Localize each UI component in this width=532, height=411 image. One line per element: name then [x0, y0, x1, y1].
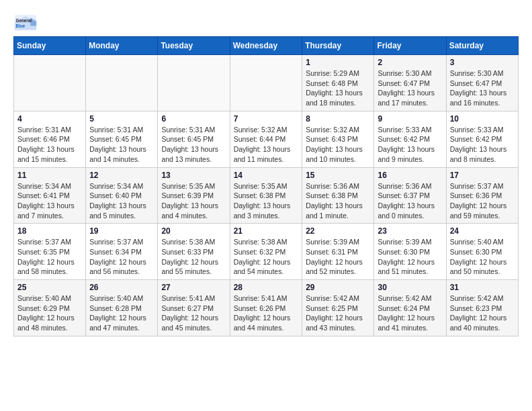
day-number: 31: [450, 283, 515, 292]
day-info: Sunrise: 5:38 AM Sunset: 6:32 PM Dayligh…: [234, 237, 299, 277]
day-cell: 14Sunrise: 5:35 AM Sunset: 6:38 PM Dayli…: [230, 167, 302, 224]
day-info: Sunrise: 5:41 AM Sunset: 6:26 PM Dayligh…: [234, 293, 299, 333]
day-info: Sunrise: 5:39 AM Sunset: 6:31 PM Dayligh…: [306, 237, 370, 277]
day-number: 27: [161, 283, 226, 292]
weekday-sunday: Sunday: [14, 37, 86, 55]
logo: General Blue: [13, 13, 38, 32]
day-number: 9: [378, 114, 442, 124]
week-row-4: 18Sunrise: 5:37 AM Sunset: 6:35 PM Dayli…: [14, 224, 519, 280]
day-info: Sunrise: 5:37 AM Sunset: 6:36 PM Dayligh…: [450, 181, 515, 221]
day-cell: 2Sunrise: 5:30 AM Sunset: 6:47 PM Daylig…: [374, 55, 446, 111]
day-info: Sunrise: 5:31 AM Sunset: 6:45 PM Dayligh…: [89, 125, 154, 165]
calendar: SundayMondayTuesdayWednesdayThursdayFrid…: [13, 36, 519, 336]
calendar-body: 1Sunrise: 5:29 AM Sunset: 6:48 PM Daylig…: [14, 55, 519, 336]
day-info: Sunrise: 5:36 AM Sunset: 6:37 PM Dayligh…: [378, 181, 442, 221]
day-number: 16: [378, 171, 442, 180]
weekday-wednesday: Wednesday: [230, 37, 302, 55]
day-info: Sunrise: 5:30 AM Sunset: 6:47 PM Dayligh…: [450, 68, 515, 108]
day-info: Sunrise: 5:38 AM Sunset: 6:33 PM Dayligh…: [161, 237, 226, 277]
day-cell: 24Sunrise: 5:40 AM Sunset: 6:30 PM Dayli…: [446, 224, 518, 280]
week-row-1: 1Sunrise: 5:29 AM Sunset: 6:48 PM Daylig…: [14, 55, 519, 111]
day-cell: 9Sunrise: 5:33 AM Sunset: 6:42 PM Daylig…: [374, 111, 446, 167]
day-info: Sunrise: 5:35 AM Sunset: 6:38 PM Dayligh…: [234, 181, 299, 221]
svg-text:Blue: Blue: [16, 24, 26, 28]
weekday-tuesday: Tuesday: [158, 37, 230, 55]
week-row-3: 11Sunrise: 5:34 AM Sunset: 6:41 PM Dayli…: [14, 167, 519, 224]
header: General Blue: [13, 13, 519, 32]
weekday-thursday: Thursday: [302, 37, 374, 55]
day-number: 15: [306, 171, 370, 180]
day-cell: 12Sunrise: 5:34 AM Sunset: 6:40 PM Dayli…: [86, 167, 158, 224]
day-info: Sunrise: 5:33 AM Sunset: 6:42 PM Dayligh…: [450, 125, 515, 165]
day-info: Sunrise: 5:34 AM Sunset: 6:40 PM Dayligh…: [89, 181, 154, 221]
day-cell: 8Sunrise: 5:32 AM Sunset: 6:43 PM Daylig…: [302, 111, 374, 167]
day-info: Sunrise: 5:31 AM Sunset: 6:46 PM Dayligh…: [17, 125, 82, 165]
weekday-monday: Monday: [86, 37, 158, 55]
day-cell: [230, 55, 302, 111]
day-number: 21: [234, 226, 299, 236]
weekday-friday: Friday: [374, 37, 446, 55]
day-info: Sunrise: 5:40 AM Sunset: 6:28 PM Dayligh…: [89, 293, 154, 333]
day-cell: 29Sunrise: 5:42 AM Sunset: 6:25 PM Dayli…: [302, 280, 374, 336]
day-cell: 18Sunrise: 5:37 AM Sunset: 6:35 PM Dayli…: [14, 224, 86, 280]
weekday-header-row: SundayMondayTuesdayWednesdayThursdayFrid…: [14, 37, 519, 55]
day-info: Sunrise: 5:36 AM Sunset: 6:38 PM Dayligh…: [306, 181, 370, 221]
day-number: 6: [161, 114, 226, 124]
day-cell: 17Sunrise: 5:37 AM Sunset: 6:36 PM Dayli…: [446, 167, 518, 224]
day-cell: [14, 55, 86, 111]
day-info: Sunrise: 5:40 AM Sunset: 6:29 PM Dayligh…: [17, 293, 82, 333]
calendar-header: SundayMondayTuesdayWednesdayThursdayFrid…: [14, 37, 519, 55]
day-info: Sunrise: 5:42 AM Sunset: 6:25 PM Dayligh…: [306, 293, 370, 333]
day-number: 29: [306, 283, 370, 292]
day-info: Sunrise: 5:37 AM Sunset: 6:34 PM Dayligh…: [89, 237, 154, 277]
day-number: 18: [17, 226, 82, 236]
day-cell: 15Sunrise: 5:36 AM Sunset: 6:38 PM Dayli…: [302, 167, 374, 224]
day-number: 13: [161, 171, 226, 180]
day-info: Sunrise: 5:32 AM Sunset: 6:44 PM Dayligh…: [234, 125, 299, 165]
day-number: 19: [89, 226, 154, 236]
day-info: Sunrise: 5:33 AM Sunset: 6:42 PM Dayligh…: [378, 125, 442, 165]
day-number: 1: [306, 58, 370, 67]
weekday-saturday: Saturday: [446, 37, 518, 55]
day-cell: 5Sunrise: 5:31 AM Sunset: 6:45 PM Daylig…: [86, 111, 158, 167]
week-row-2: 4Sunrise: 5:31 AM Sunset: 6:46 PM Daylig…: [14, 111, 519, 167]
day-cell: 10Sunrise: 5:33 AM Sunset: 6:42 PM Dayli…: [446, 111, 518, 167]
day-number: 28: [234, 283, 299, 292]
day-cell: 21Sunrise: 5:38 AM Sunset: 6:32 PM Dayli…: [230, 224, 302, 280]
day-cell: 25Sunrise: 5:40 AM Sunset: 6:29 PM Dayli…: [14, 280, 86, 336]
day-number: 2: [378, 58, 442, 67]
day-info: Sunrise: 5:41 AM Sunset: 6:27 PM Dayligh…: [161, 293, 226, 333]
day-number: 30: [378, 283, 442, 292]
day-number: 3: [450, 58, 515, 67]
day-cell: 22Sunrise: 5:39 AM Sunset: 6:31 PM Dayli…: [302, 224, 374, 280]
day-info: Sunrise: 5:34 AM Sunset: 6:41 PM Dayligh…: [17, 181, 82, 221]
day-info: Sunrise: 5:42 AM Sunset: 6:23 PM Dayligh…: [450, 293, 515, 333]
day-cell: 23Sunrise: 5:39 AM Sunset: 6:30 PM Dayli…: [374, 224, 446, 280]
day-info: Sunrise: 5:37 AM Sunset: 6:35 PM Dayligh…: [17, 237, 82, 277]
day-cell: 7Sunrise: 5:32 AM Sunset: 6:44 PM Daylig…: [230, 111, 302, 167]
day-number: 22: [306, 226, 370, 236]
day-cell: 3Sunrise: 5:30 AM Sunset: 6:47 PM Daylig…: [446, 55, 518, 111]
day-cell: 16Sunrise: 5:36 AM Sunset: 6:37 PM Dayli…: [374, 167, 446, 224]
day-cell: 4Sunrise: 5:31 AM Sunset: 6:46 PM Daylig…: [14, 111, 86, 167]
day-info: Sunrise: 5:31 AM Sunset: 6:45 PM Dayligh…: [161, 125, 226, 165]
week-row-5: 25Sunrise: 5:40 AM Sunset: 6:29 PM Dayli…: [14, 280, 519, 336]
day-number: 7: [234, 114, 299, 124]
day-number: 12: [89, 171, 154, 180]
day-info: Sunrise: 5:32 AM Sunset: 6:43 PM Dayligh…: [306, 125, 370, 165]
day-number: 5: [89, 114, 154, 124]
day-cell: 1Sunrise: 5:29 AM Sunset: 6:48 PM Daylig…: [302, 55, 374, 111]
day-cell: 20Sunrise: 5:38 AM Sunset: 6:33 PM Dayli…: [158, 224, 230, 280]
day-number: 4: [17, 114, 82, 124]
day-number: 20: [161, 226, 226, 236]
svg-text:General: General: [16, 18, 32, 23]
day-info: Sunrise: 5:29 AM Sunset: 6:48 PM Dayligh…: [306, 68, 370, 108]
day-cell: [158, 55, 230, 111]
logo-icon: General Blue: [13, 13, 38, 32]
day-cell: [86, 55, 158, 111]
day-info: Sunrise: 5:35 AM Sunset: 6:39 PM Dayligh…: [161, 181, 226, 221]
day-number: 17: [450, 171, 515, 180]
day-number: 24: [450, 226, 515, 236]
day-number: 14: [234, 171, 299, 180]
day-cell: 6Sunrise: 5:31 AM Sunset: 6:45 PM Daylig…: [158, 111, 230, 167]
